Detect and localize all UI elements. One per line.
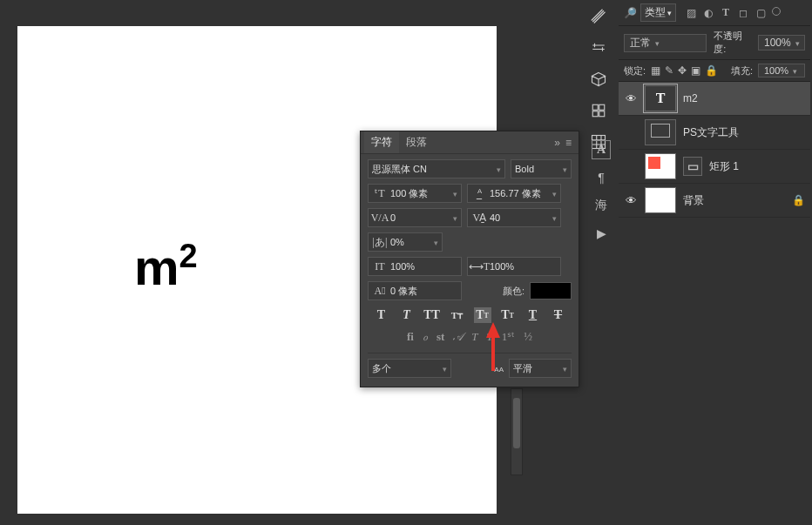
stylistic-alt-button[interactable]: T xyxy=(471,330,477,344)
expand-icon[interactable]: » xyxy=(554,137,560,149)
layer-thumb-text[interactable]: T xyxy=(645,85,676,111)
tsume-value: 0% xyxy=(390,237,431,247)
font-family-value: 思源黑体 CN xyxy=(372,163,494,176)
opacity-label: 不透明度: xyxy=(714,30,754,56)
antialias-label: aa xyxy=(494,363,504,374)
color-swatch[interactable] xyxy=(530,282,572,300)
kerning-icon: V/A xyxy=(372,212,388,225)
layers-adjust-icon[interactable] xyxy=(589,38,608,57)
visibility-icon[interactable]: 👁 xyxy=(624,194,638,207)
horizontal-scale-icon: ⟷T xyxy=(471,260,487,273)
layer-item-rect[interactable]: ▭ 矩形 1 xyxy=(619,150,810,184)
discretionary-lig-button[interactable]: st xyxy=(436,330,444,344)
faux-bold-button[interactable]: T xyxy=(373,307,390,323)
svg-rect-0 xyxy=(592,104,598,110)
lock-transparency-icon[interactable]: ▦ xyxy=(651,64,660,77)
lock-paint-icon[interactable]: ✎ xyxy=(665,64,673,77)
character-panel-icon[interactable]: A xyxy=(592,140,611,159)
svg-rect-1 xyxy=(599,104,605,110)
type-style-buttons: T T TT Tᴛ TT TT T T xyxy=(368,306,572,323)
subscript-button[interactable]: TT xyxy=(499,307,517,323)
contextual-alt-button[interactable]: ℴ xyxy=(423,330,428,344)
language-select[interactable]: 多个 xyxy=(368,359,451,378)
layer-thumb-bg[interactable] xyxy=(645,187,676,213)
blend-mode-select[interactable]: 正常 xyxy=(624,34,707,52)
swatches-icon[interactable] xyxy=(589,101,608,120)
character-panel[interactable]: 字符 段落 » ≡ 思源黑体 CN Bold ᵗT 100 像素 ᴬ̲ 156.… xyxy=(360,131,579,387)
tracking-icon: VA̱ xyxy=(471,212,487,225)
lock-position-icon[interactable]: ✥ xyxy=(678,64,687,77)
layer-name: 背景 xyxy=(683,193,704,208)
canvas-text[interactable]: m2 xyxy=(134,238,198,296)
panel-menu-icon[interactable]: ≡ xyxy=(565,137,572,149)
glyphs-panel-icon[interactable]: 海 xyxy=(592,196,611,215)
font-family-select[interactable]: 思源黑体 CN xyxy=(368,159,505,178)
filter-adjust-icon[interactable]: ◐ xyxy=(702,7,714,19)
paragraph-panel-icon[interactable]: ¶ xyxy=(592,168,611,187)
fill-label: 填充: xyxy=(731,64,753,77)
layer-thumb-fx[interactable] xyxy=(645,119,676,145)
layers-lock-row: 锁定: ▦ ✎ ✥ ▣ 🔒 填充: 100% xyxy=(619,60,810,82)
antialias-select[interactable]: 平滑 xyxy=(509,359,572,378)
tracking-field[interactable]: VA̱ 40 xyxy=(467,208,561,227)
character-panel-tabs: 字符 段落 » ≡ xyxy=(361,131,579,154)
layer-thumb-shape-icon[interactable]: ▭ xyxy=(683,157,702,176)
visibility-icon[interactable]: 👁 xyxy=(624,92,638,105)
tracking-value: 40 xyxy=(490,212,550,223)
text-base: m xyxy=(134,239,179,295)
play-icon[interactable]: ▶ xyxy=(592,224,611,243)
vertical-scale-icon: IT xyxy=(372,260,388,273)
ligatures-button[interactable]: fi xyxy=(407,330,414,344)
font-size-field[interactable]: ᵗT 100 像素 xyxy=(368,184,462,203)
lock-icons: ▦ ✎ ✥ ▣ 🔒 xyxy=(651,64,718,77)
filter-image-icon[interactable]: ▨ xyxy=(685,7,697,19)
layers-blend-row: 正常 不透明度: 100% xyxy=(619,26,810,60)
layer-item-ps-text[interactable]: PS文字工具 xyxy=(619,116,810,150)
brushes-icon[interactable] xyxy=(589,7,608,26)
lock-all-icon[interactable]: 🔒 xyxy=(705,64,718,77)
antialias-value: 平滑 xyxy=(513,362,560,375)
fill-field[interactable]: 100% xyxy=(758,64,805,77)
3d-icon[interactable] xyxy=(589,70,608,89)
font-style-select[interactable]: Bold xyxy=(511,159,572,178)
character-panel-footer: 多个 aa 平滑 xyxy=(368,353,572,378)
canvas-scrollbar[interactable] xyxy=(511,388,523,475)
lock-artboard-icon[interactable]: ▣ xyxy=(691,64,700,77)
leading-field[interactable]: ᴬ̲ 156.77 像素 xyxy=(467,184,561,203)
blend-mode-value: 正常 xyxy=(630,36,651,50)
horizontal-scale-field[interactable]: ⟷T 100% xyxy=(467,257,561,276)
filter-type-icon[interactable]: T xyxy=(720,7,732,19)
filter-shape-icon[interactable]: ◻ xyxy=(737,7,749,19)
titling-alt-button[interactable]: T xyxy=(487,330,493,344)
filter-smart-icon[interactable]: ▢ xyxy=(754,7,767,19)
swash-button[interactable]: 𝒜 xyxy=(453,330,463,344)
all-caps-button[interactable]: TT xyxy=(423,307,441,323)
kerning-field[interactable]: V/A 0 xyxy=(368,208,462,227)
scrollbar-thumb[interactable] xyxy=(513,398,520,448)
baseline-icon: Aͣ xyxy=(372,285,388,298)
layers-panel: 🔎 类型 ▾ ▨ ◐ T ◻ ▢ 正常 不透明度: 100% 锁定: ▦ ✎ ✥… xyxy=(619,0,810,218)
layer-item-m2[interactable]: 👁 T m2 xyxy=(619,82,810,116)
search-icon[interactable]: 🔎 xyxy=(624,7,637,19)
vertical-scale-field[interactable]: IT 100% xyxy=(368,257,462,276)
tsume-field[interactable]: |あ| 0% xyxy=(368,232,443,252)
filter-type-label: 类型 xyxy=(645,5,666,20)
layer-name: PS文字工具 xyxy=(683,125,739,140)
strikethrough-button[interactable]: T xyxy=(550,307,567,323)
faux-italic-button[interactable]: T xyxy=(398,307,416,323)
opacity-field[interactable]: 100% xyxy=(758,35,805,50)
filter-toggle-icon[interactable] xyxy=(772,7,781,16)
tab-paragraph[interactable]: 段落 xyxy=(399,131,434,153)
baseline-shift-field[interactable]: Aͣ 0 像素 xyxy=(368,281,462,300)
tab-character[interactable]: 字符 xyxy=(364,131,399,153)
small-caps-button[interactable]: Tᴛ xyxy=(449,307,466,323)
fractions-button[interactable]: ½ xyxy=(524,330,532,344)
font-size-icon: ᵗT xyxy=(372,187,388,200)
underline-button[interactable]: T xyxy=(524,307,542,323)
lock-icon[interactable]: 🔒 xyxy=(792,194,805,206)
layer-filter-type[interactable]: 类型 ▾ xyxy=(640,3,676,22)
superscript-button[interactable]: TT xyxy=(474,307,491,323)
layer-item-background[interactable]: 👁 背景 🔒 xyxy=(619,184,810,218)
layer-thumb-shape[interactable] xyxy=(645,153,676,179)
ordinals-button[interactable]: 1ˢᵗ xyxy=(502,330,516,344)
